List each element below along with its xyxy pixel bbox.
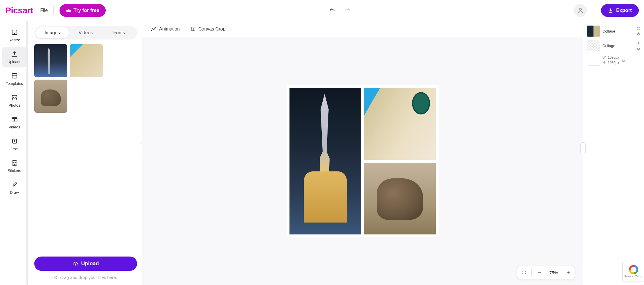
tool-label: Videos [9, 125, 20, 129]
upload-thumb[interactable] [34, 80, 67, 113]
tool-draw[interactable]: Draw [2, 178, 26, 198]
zoom-controls: − 75% + [517, 266, 575, 279]
tool-label: Uploads [8, 60, 21, 64]
svg-point-9 [151, 30, 152, 31]
canvas-height: 1080px [608, 61, 619, 65]
divider [591, 6, 591, 15]
text-icon [11, 137, 18, 145]
layer-name: Collage [602, 29, 634, 33]
tool-label: Text [11, 147, 18, 151]
layers-panel: › Collage Collage W1080px H1080px [583, 21, 644, 285]
upload-button[interactable]: Upload [34, 257, 137, 271]
layer-controls [621, 58, 625, 62]
layer-thumbnail [587, 40, 600, 51]
zoom-out-button[interactable]: − [534, 267, 544, 278]
visibility-icon[interactable] [636, 26, 641, 31]
lock-icon[interactable] [621, 58, 625, 62]
tool-stickers[interactable]: Stickers [2, 156, 26, 176]
zoom-value[interactable]: 75% [546, 270, 562, 275]
svg-point-0 [579, 8, 581, 10]
svg-point-13 [638, 42, 639, 44]
animation-label: Animation [159, 26, 180, 32]
canvas-viewport[interactable] [142, 37, 583, 285]
tab-fonts[interactable]: Fonts [102, 27, 136, 38]
upload-label: Upload [81, 261, 99, 267]
layer-row[interactable]: Collage [586, 24, 642, 38]
tab-videos[interactable]: Videos [69, 27, 102, 38]
history-controls [106, 7, 574, 14]
animation-tool[interactable]: Animation [150, 26, 180, 32]
collage-image[interactable] [289, 88, 361, 234]
plus-icon: + [566, 269, 570, 276]
tool-text[interactable]: Text [2, 134, 26, 155]
lock-icon[interactable] [636, 32, 641, 36]
file-menu[interactable]: File [40, 8, 48, 13]
layer-thumbnail [587, 55, 600, 66]
user-account-button[interactable] [574, 4, 587, 17]
layer-controls [636, 41, 641, 50]
canvas-toolbar: Animation Canvas Crop [142, 21, 583, 37]
uploads-tabs: Images Videos Fonts [34, 26, 137, 40]
visibility-icon[interactable] [636, 41, 641, 45]
layer-row[interactable]: Collage [586, 38, 642, 53]
videos-icon [11, 116, 18, 123]
collapse-panel-right-button[interactable]: › [580, 142, 586, 154]
svg-point-7 [13, 162, 14, 163]
svg-rect-1 [12, 30, 17, 35]
lock-icon[interactable] [636, 46, 641, 50]
upload-thumb[interactable] [70, 44, 103, 77]
layer-thumbnail [587, 26, 600, 37]
tool-resize[interactable]: Resize [2, 25, 26, 46]
canvas-crop-tool[interactable]: Canvas Crop [190, 26, 225, 32]
canvas-dimensions: W1080px H1080px [602, 55, 619, 65]
upload-thumb[interactable] [34, 44, 67, 77]
svg-rect-14 [638, 48, 640, 49]
try-for-free-button[interactable]: Try for free [60, 4, 106, 17]
brush-icon [11, 181, 18, 189]
photos-icon [11, 94, 18, 101]
svg-rect-12 [638, 33, 640, 35]
canvas-area: Animation Canvas Crop − 75% [142, 21, 583, 285]
expand-icon [521, 270, 526, 275]
collage-image[interactable] [364, 163, 436, 234]
tool-photos[interactable]: Photos [2, 90, 26, 111]
tool-uploads[interactable]: Uploads [2, 47, 26, 67]
recaptcha-badge[interactable]: Privacy • Terms [623, 262, 644, 281]
width-label: W [602, 55, 607, 60]
tool-templates[interactable]: Templates [2, 69, 26, 89]
minus-icon: − [537, 269, 541, 276]
templates-icon [11, 72, 18, 80]
chevron-right-icon: › [582, 146, 584, 150]
zoom-in-button[interactable]: + [563, 267, 573, 278]
collage-image[interactable] [364, 88, 436, 160]
svg-point-11 [638, 28, 639, 29]
svg-point-10 [155, 27, 156, 28]
canvas-width: 1080px [608, 55, 619, 60]
svg-rect-15 [623, 60, 625, 61]
picsart-logo[interactable]: Picsart [5, 6, 33, 15]
download-icon [608, 8, 613, 13]
recaptcha-icon [629, 265, 638, 274]
divider [53, 6, 54, 15]
uploads-footer: Upload Or drag and drop your files here. [34, 257, 137, 280]
collage-canvas[interactable] [287, 85, 439, 237]
crown-icon [66, 8, 71, 12]
cloud-upload-icon [73, 261, 78, 267]
svg-rect-3 [12, 95, 17, 100]
tool-label: Photos [8, 103, 20, 107]
stickers-icon [11, 159, 18, 167]
tool-videos[interactable]: Videos [2, 112, 26, 133]
layer-row[interactable]: W1080px H1080px [586, 53, 642, 67]
export-button[interactable]: Export [601, 4, 639, 17]
fit-screen-button[interactable] [519, 267, 529, 278]
drag-drop-hint: Or drag and drop your files here. [34, 275, 137, 280]
try-free-label: Try for free [73, 8, 99, 13]
redo-button[interactable] [344, 7, 352, 14]
undo-button[interactable] [328, 7, 336, 14]
divider [531, 269, 532, 276]
layer-controls [636, 26, 641, 36]
upload-icon [11, 50, 18, 58]
animation-icon [150, 26, 156, 32]
tab-images[interactable]: Images [35, 27, 69, 38]
crop-icon [190, 26, 195, 32]
